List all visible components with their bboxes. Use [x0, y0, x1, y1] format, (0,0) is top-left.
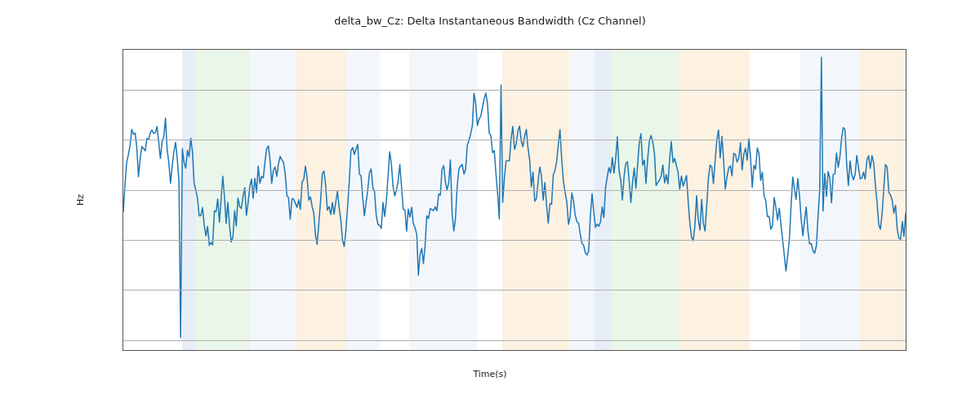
x-axis-label: Time(s) — [0, 369, 980, 379]
grid-line — [123, 90, 906, 91]
grid-line — [123, 240, 906, 241]
x-tick-mark — [460, 350, 461, 351]
y-tick-mark — [122, 190, 123, 191]
grid-line — [123, 340, 906, 341]
y-tick-mark — [122, 240, 123, 241]
chart-axes: 0.91.01.11.21.31.42000400060008000 — [122, 49, 906, 351]
chart-title: delta_bw_Cz: Delta Instantaneous Bandwid… — [0, 15, 980, 27]
y-tick-mark — [122, 140, 123, 140]
grid-line — [123, 290, 906, 290]
chart-figure: delta_bw_Cz: Delta Instantaneous Bandwid… — [0, 0, 980, 408]
y-tick-mark — [122, 90, 123, 91]
y-tick-mark — [122, 290, 123, 290]
x-tick-mark — [628, 350, 629, 351]
y-tick-mark — [122, 340, 123, 341]
y-axis-label: Hz — [75, 194, 86, 206]
x-tick-mark — [796, 350, 797, 351]
grid-line — [123, 190, 906, 191]
grid-line — [123, 140, 906, 140]
x-tick-mark — [292, 350, 292, 351]
series-line — [123, 57, 906, 338]
series-line-layer — [123, 50, 906, 350]
